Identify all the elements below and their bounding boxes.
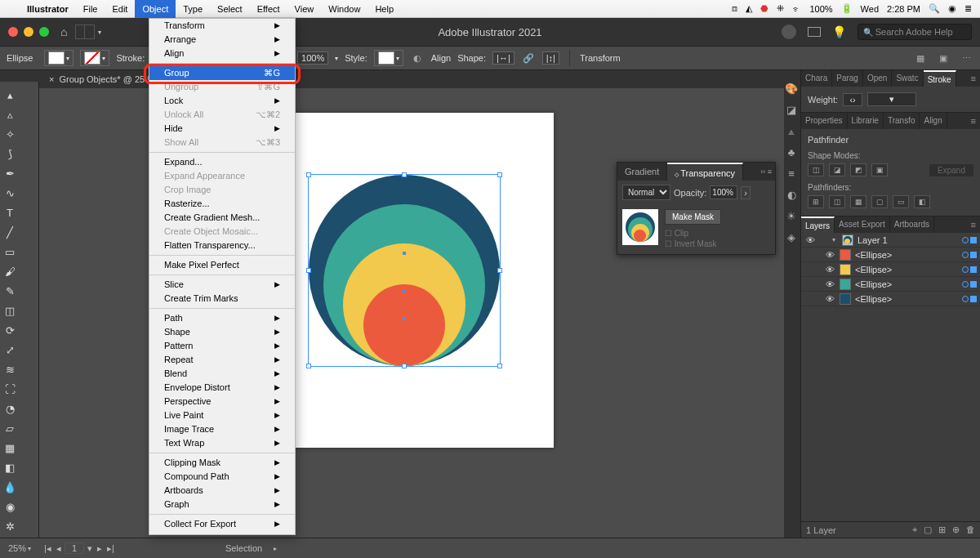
transform-link[interactable]: Transform (580, 53, 621, 63)
panel-expand-icon[interactable]: ›› ≡ (757, 163, 775, 181)
menu-item-expand[interactable]: Expand... (149, 155, 295, 169)
sublayer-thumb[interactable] (840, 279, 851, 290)
blend-mode-select[interactable]: Normal (622, 185, 670, 200)
sublayer-row[interactable]: 👁 <Ellipse> (801, 277, 980, 292)
resize-handle-nw[interactable] (306, 172, 311, 177)
visibility-toggle-icon[interactable]: 👁 (824, 279, 835, 289)
disclosure-icon[interactable]: ▾ (832, 236, 838, 243)
color-panel-icon[interactable]: 🎨 (785, 82, 798, 95)
shaper-tool[interactable]: ✎ (0, 281, 20, 301)
menu-item-flatten-transparency[interactable]: Flatten Transparency... (149, 239, 295, 252)
symbols-panel-icon[interactable]: ♣ (785, 145, 798, 158)
menu-edit[interactable]: Edit (105, 0, 135, 18)
scale-tool[interactable]: ⤢ (0, 340, 20, 359)
panel-tab-swatc[interactable]: Swatc (892, 70, 923, 87)
menu-item-lock[interactable]: Lock▶ (149, 94, 295, 108)
curvature-tool[interactable]: ∿ (0, 183, 20, 203)
spotlight-icon[interactable]: 🔍 (929, 3, 940, 14)
resize-handle-e[interactable] (497, 268, 502, 273)
learn-bulb-icon[interactable]: 💡 (832, 25, 846, 38)
zoom-window-button[interactable] (39, 27, 49, 37)
width-tool[interactable]: ≋ (0, 359, 20, 379)
zoom-dropdown-icon[interactable]: ▾ (28, 545, 31, 552)
layer-thumb[interactable] (842, 234, 853, 246)
exclude-icon[interactable]: ▣ (871, 163, 888, 176)
menu-item-make-pixel-perfect[interactable]: Make Pixel Perfect (149, 258, 295, 272)
anchor-point[interactable] (403, 317, 406, 320)
menu-item-rasterize[interactable]: Rasterize... (149, 197, 295, 211)
wifi-icon[interactable]: ᯤ (792, 4, 801, 14)
stroke-weight-stepper[interactable]: ‹› (843, 93, 862, 106)
menu-item-envelope-distort[interactable]: Envelope Distort▶ (149, 381, 295, 395)
menu-item-hide[interactable]: Hide▶ (149, 122, 295, 136)
document-tab-name[interactable]: Group Objects* @ 25 % (59, 74, 155, 84)
type-tool[interactable]: T (0, 203, 20, 222)
transparency-tab[interactable]: ◇Transparency (667, 163, 743, 181)
gradient-tab[interactable]: Gradient (617, 163, 667, 181)
blend-tool[interactable]: ◉ (0, 497, 20, 516)
recolor-icon[interactable]: ◐ (410, 51, 425, 65)
workspace-switcher[interactable] (75, 25, 95, 39)
menu-item-path[interactable]: Path▶ (149, 311, 295, 325)
anchor-point[interactable] (403, 252, 406, 255)
window-controls[interactable] (0, 27, 49, 37)
trim-icon[interactable]: ◫ (829, 195, 845, 208)
status-chevron-icon[interactable]: ▸ (274, 545, 277, 552)
menu-item-shape[interactable]: Shape▶ (149, 325, 295, 339)
edit-inside-icon[interactable]: ▣ (936, 51, 951, 65)
appearance-panel-icon[interactable]: ☀ (785, 209, 798, 222)
menu-object[interactable]: Object (135, 0, 176, 18)
rectangle-tool[interactable]: ▭ (0, 242, 20, 261)
selection-bounding-box[interactable] (308, 174, 501, 367)
arrange-docs-icon[interactable] (808, 27, 821, 37)
line-tool[interactable]: ╱ (0, 222, 20, 242)
visibility-toggle-icon[interactable]: 👁 (824, 294, 835, 304)
sublayer-thumb[interactable] (840, 264, 851, 275)
menu-item-transform[interactable]: Transform▶ (149, 19, 295, 33)
layers-panel-icon[interactable]: ◈ (785, 230, 798, 243)
rotate-tool[interactable]: ⟳ (0, 320, 20, 340)
menu-item-create-gradient-mesh[interactable]: Create Gradient Mesh... (149, 211, 295, 225)
panel-menu-icon[interactable]: ≡ (967, 113, 980, 129)
isolate-icon[interactable]: ▦ (913, 51, 928, 65)
menu-item-image-trace[interactable]: Image Trace▶ (149, 422, 295, 436)
visibility-toggle-icon[interactable]: 👁 (824, 265, 835, 275)
visibility-toggle-icon[interactable]: 👁 (824, 250, 835, 260)
fill-swatch[interactable]: ▾ (44, 50, 74, 66)
panel-tab-align[interactable]: Align (920, 113, 947, 129)
lasso-tool[interactable]: ⟆ (0, 144, 20, 163)
cc-icon[interactable]: ◭ (746, 3, 752, 14)
menu-item-arrange[interactable]: Arrange▶ (149, 33, 295, 47)
menu-item-text-wrap[interactable]: Text Wrap▶ (149, 436, 295, 450)
pen-tool[interactable]: ✒ (0, 163, 20, 183)
notification-center-icon[interactable]: ≣ (964, 3, 972, 14)
direct-selection-tool[interactable]: ▵ (0, 105, 20, 124)
minus-back-icon[interactable]: ◧ (914, 195, 930, 208)
sublayer-row[interactable]: 👁 <Ellipse> (801, 248, 980, 262)
menu-item-clipping-mask[interactable]: Clipping Mask▶ (149, 456, 295, 470)
menu-select[interactable]: Select (210, 0, 250, 18)
menu-item-pattern[interactable]: Pattern▶ (149, 339, 295, 353)
sublayer-row[interactable]: 👁 <Ellipse> (801, 262, 980, 277)
panel-tab-parag[interactable]: Parag (832, 70, 863, 87)
new-sublayer-icon[interactable]: ⊞ (938, 525, 946, 535)
opacity-field[interactable]: 100% (297, 51, 328, 65)
expand-button[interactable]: Expand (929, 164, 973, 176)
merge-icon[interactable]: ▦ (850, 195, 866, 208)
perspective-tool[interactable]: ▱ (0, 418, 20, 438)
resize-handle-s[interactable] (402, 364, 407, 368)
dropbox-icon[interactable]: ⧈ (732, 3, 737, 14)
delete-layer-icon[interactable]: 🗑 (966, 525, 975, 535)
app-name[interactable]: Illustrator (20, 4, 76, 14)
menu-item-align[interactable]: Align▶ (149, 47, 295, 60)
style-swatch[interactable]: ▾ (374, 50, 403, 66)
resize-handle-se[interactable] (497, 364, 502, 368)
options-icon[interactable]: ⋯ (959, 51, 973, 65)
artboard-navigator[interactable]: |◂◂ 1 ▾▸▸| (42, 542, 116, 554)
minus-front-icon[interactable]: ◪ (829, 163, 845, 176)
eyedropper-tool[interactable]: 💧 (0, 477, 20, 497)
resize-handle-ne[interactable] (497, 172, 502, 177)
layer-name[interactable]: Layer 1 (858, 235, 888, 245)
unite-icon[interactable]: ◫ (808, 163, 824, 176)
align-link[interactable]: Align (431, 53, 451, 63)
